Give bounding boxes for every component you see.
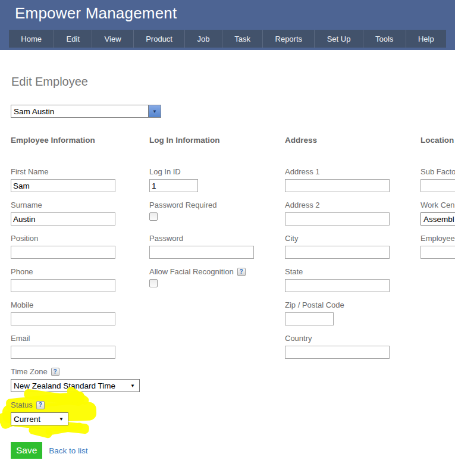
field-password-required: Password Required (149, 201, 278, 221)
nav-item-setup[interactable]: Set Up (315, 30, 363, 48)
city-label: City (285, 234, 413, 243)
zip-label: Zip / Postal Code (285, 300, 413, 309)
chevron-down-icon: ▼ (152, 109, 157, 114)
field-surname: Surname (11, 201, 139, 226)
field-login-id: Log In ID (149, 167, 278, 192)
position-input[interactable] (11, 246, 115, 259)
section-login-information: Log In Information Log In ID Password Re… (149, 136, 278, 300)
field-first-name: First Name (11, 167, 139, 192)
employee-field-label: Employee (421, 234, 455, 243)
employee-selector-dropdown[interactable]: Sam Austin ▼ (11, 105, 161, 118)
state-label: State (285, 267, 413, 276)
email-input[interactable] (11, 346, 115, 359)
state-input[interactable] (285, 279, 390, 292)
surname-label: Surname (11, 201, 139, 209)
first-name-input[interactable] (11, 179, 115, 192)
form-actions: Save Back to list (11, 442, 139, 459)
zip-input[interactable] (285, 312, 334, 325)
login-id-input[interactable] (149, 179, 198, 192)
employee-selector-value: Sam Austin (11, 107, 148, 116)
phone-label: Phone (11, 267, 139, 276)
field-phone: Phone (11, 267, 139, 292)
field-address1: Address 1 (285, 167, 413, 192)
section-address: Address Address 1 Address 2 City State Z… (285, 136, 413, 367)
status-select[interactable]: Current ▼ (11, 412, 68, 425)
login-id-label: Log In ID (149, 167, 278, 176)
sub-factory-label: Sub Facto (421, 167, 455, 176)
email-label: Email (11, 334, 139, 343)
nav-item-task[interactable]: Task (222, 30, 263, 48)
work-centre-label: Work Cen (421, 201, 455, 209)
nav-item-tools[interactable]: Tools (363, 30, 406, 48)
page: Empower Management Home Edit View Produc… (0, 0, 455, 476)
help-icon[interactable]: ? (237, 268, 246, 276)
employee-field-input[interactable] (421, 246, 455, 259)
sub-factory-input[interactable] (421, 179, 455, 192)
help-icon[interactable]: ? (51, 368, 59, 376)
status-value: Current (11, 415, 55, 424)
address1-input[interactable] (285, 179, 390, 192)
field-country: Country (285, 334, 413, 359)
field-zip: Zip / Postal Code (285, 300, 413, 325)
time-zone-label-text: Time Zone (11, 367, 48, 376)
app-header: Empower Management Home Edit View Produc… (0, 0, 455, 50)
field-position: Position (11, 234, 139, 259)
back-to-list-link[interactable]: Back to list (49, 446, 87, 455)
status-label: Status ? (11, 400, 139, 409)
password-required-label: Password Required (149, 201, 278, 209)
city-input[interactable] (285, 246, 390, 259)
nav-item-product[interactable]: Product (134, 30, 185, 48)
position-label: Position (11, 234, 139, 243)
section-heading-employee: Employee Information (11, 136, 139, 145)
country-input[interactable] (285, 346, 390, 359)
section-heading-login: Log In Information (149, 136, 278, 145)
main-navigation: Home Edit View Product Job Task Reports … (9, 30, 446, 48)
field-city: City (285, 234, 413, 259)
mobile-label: Mobile (11, 300, 139, 309)
nav-item-edit[interactable]: Edit (54, 30, 92, 48)
password-required-checkbox[interactable] (149, 212, 158, 221)
field-status: Status ? Current ▼ (11, 400, 139, 425)
field-password: Password (149, 234, 278, 259)
field-work-centre: Work Cen Assembl ▼ (421, 201, 455, 226)
address1-label: Address 1 (285, 167, 413, 176)
mobile-input[interactable] (11, 312, 115, 325)
chevron-down-icon: ▼ (126, 383, 139, 389)
nav-item-reports[interactable]: Reports (263, 30, 315, 48)
section-location: Location Sub Facto Work Cen Assembl ▼ Em… (421, 136, 455, 267)
address2-input[interactable] (285, 212, 390, 226)
address2-label: Address 2 (285, 201, 413, 209)
field-address2: Address 2 (285, 201, 413, 226)
chevron-down-icon: ▼ (55, 416, 68, 422)
facial-recognition-label: Allow Facial Recognition ? (149, 267, 278, 276)
phone-input[interactable] (11, 279, 115, 292)
dropdown-button[interactable]: ▼ (148, 105, 161, 117)
work-centre-select[interactable]: Assembl ▼ (421, 212, 455, 226)
nav-item-job[interactable]: Job (185, 30, 222, 48)
surname-input[interactable] (11, 212, 115, 226)
work-centre-value: Assembl (421, 215, 455, 224)
first-name-label: First Name (11, 167, 139, 176)
field-employee: Employee (421, 234, 455, 259)
section-heading-address: Address (285, 136, 413, 145)
app-title: Empower Management (15, 4, 177, 23)
nav-item-view[interactable]: View (92, 30, 134, 48)
time-zone-label: Time Zone ? (11, 367, 139, 376)
field-facial-recognition: Allow Facial Recognition ? (149, 267, 278, 287)
section-employee-information: Employee Information First Name Surname … (11, 136, 139, 459)
facial-recognition-label-text: Allow Facial Recognition (149, 267, 234, 276)
status-label-text: Status (11, 400, 33, 409)
save-button[interactable]: Save (11, 442, 42, 459)
nav-item-help[interactable]: Help (406, 30, 446, 48)
field-mobile: Mobile (11, 300, 139, 325)
nav-item-home[interactable]: Home (9, 30, 54, 48)
page-title: Edit Employee (11, 75, 88, 89)
field-sub-factory: Sub Facto (421, 167, 455, 192)
password-input[interactable] (149, 246, 254, 259)
field-state: State (285, 267, 413, 292)
help-icon[interactable]: ? (36, 401, 45, 409)
facial-recognition-checkbox[interactable] (149, 279, 158, 287)
password-label: Password (149, 234, 278, 243)
field-email: Email (11, 334, 139, 359)
country-label: Country (285, 334, 413, 343)
